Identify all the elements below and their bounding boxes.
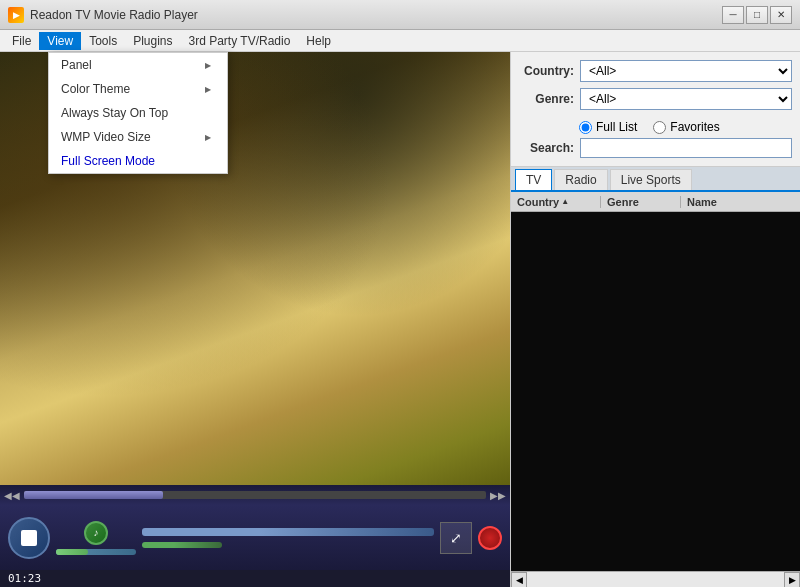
progress-track[interactable]: [142, 528, 434, 536]
record-button[interactable]: [478, 526, 502, 550]
channel-content: [511, 212, 800, 571]
menu-file[interactable]: File: [4, 32, 39, 50]
genre-select[interactable]: <All>: [580, 88, 792, 110]
menu-item-full-screen[interactable]: Full Screen Mode: [49, 149, 227, 173]
title-bar: ▶ Readon TV Movie Radio Player ─ □ ✕: [0, 0, 800, 30]
tabs-bar: TV Radio Live Sports: [511, 167, 800, 192]
tab-live-sports[interactable]: Live Sports: [610, 169, 692, 190]
column-header-country[interactable]: Country ▲: [511, 196, 601, 208]
volume-slider[interactable]: [56, 549, 136, 555]
fullscreen-button[interactable]: ⤢: [440, 522, 472, 554]
channel-list-header: Country ▲ Genre Name: [511, 192, 800, 212]
right-panel: Country: <All> Genre: <All> Full List F: [510, 52, 800, 587]
app-icon: ▶: [8, 7, 24, 23]
column-header-genre[interactable]: Genre: [601, 196, 681, 208]
column-header-name[interactable]: Name: [681, 196, 800, 208]
full-list-option[interactable]: Full List: [579, 120, 637, 134]
window-title: Readon TV Movie Radio Player: [30, 8, 716, 22]
arrow-icon: ▶: [205, 133, 211, 142]
full-list-radio[interactable]: [579, 121, 592, 134]
scroll-track[interactable]: [527, 572, 784, 587]
tab-radio[interactable]: Radio: [554, 169, 607, 190]
window-controls: ─ □ ✕: [722, 6, 792, 24]
menu-tools[interactable]: Tools: [81, 32, 125, 50]
fullscreen-icon: ⤢: [450, 530, 462, 546]
menu-view[interactable]: View: [39, 32, 81, 50]
search-label: Search:: [519, 141, 574, 155]
view-dropdown-menu: Panel ▶ Color Theme ▶ Always Stay On Top…: [48, 52, 228, 174]
maximize-button[interactable]: □: [746, 6, 768, 24]
seekbar-fill: [24, 491, 163, 499]
channel-list: Country ▲ Genre Name ◀ ▶: [511, 192, 800, 587]
scroll-left-arrow[interactable]: ◀: [511, 572, 527, 588]
minimize-button[interactable]: ─: [722, 6, 744, 24]
menu-item-panel[interactable]: Panel ▶: [49, 53, 227, 77]
filter-section: Country: <All> Genre: <All> Full List F: [511, 52, 800, 167]
volume-section: ♪: [56, 521, 136, 555]
progress-area: [142, 528, 434, 548]
genre-label: Genre:: [519, 92, 574, 106]
genre-row: Genre: <All>: [519, 88, 792, 110]
arrow-icon: ▶: [205, 85, 211, 94]
search-input[interactable]: [580, 138, 792, 158]
seekbar-track[interactable]: [24, 491, 486, 499]
country-select[interactable]: <All>: [580, 60, 792, 82]
menu-bar: File View Tools Plugins 3rd Party TV/Rad…: [0, 30, 800, 52]
horizontal-scrollbar[interactable]: ◀ ▶: [511, 571, 800, 587]
seekbar-left-icon: ◀◀: [4, 490, 20, 501]
menu-item-color-theme[interactable]: Color Theme ▶: [49, 77, 227, 101]
favorites-radio[interactable]: [653, 121, 666, 134]
menu-plugins[interactable]: Plugins: [125, 32, 180, 50]
scroll-right-arrow[interactable]: ▶: [784, 572, 800, 588]
speaker-icon: ♪: [94, 527, 99, 538]
sort-icon: ▲: [561, 197, 569, 206]
close-button[interactable]: ✕: [770, 6, 792, 24]
country-label: Country:: [519, 64, 574, 78]
stop-icon: [21, 530, 37, 546]
menu-3rdparty[interactable]: 3rd Party TV/Radio: [181, 32, 299, 50]
menu-item-always-on-top[interactable]: Always Stay On Top: [49, 101, 227, 125]
timestamp: 01:23: [0, 570, 510, 587]
volume-track-horizontal[interactable]: [142, 542, 222, 548]
controls-bar: ♪ ⤢: [0, 505, 510, 570]
seekbar-right-icon: ▶▶: [490, 490, 506, 501]
stop-button[interactable]: [8, 517, 50, 559]
favorites-option[interactable]: Favorites: [653, 120, 719, 134]
tab-tv[interactable]: TV: [515, 169, 552, 190]
seekbar-container: ◀◀ ▶▶: [0, 485, 510, 505]
search-row: Search:: [519, 138, 792, 158]
view-mode-row: Full List Favorites: [579, 116, 792, 138]
arrow-icon: ▶: [205, 61, 211, 70]
mute-button[interactable]: ♪: [84, 521, 108, 545]
menu-item-wmp-video-size[interactable]: WMP Video Size ▶: [49, 125, 227, 149]
menu-help[interactable]: Help: [298, 32, 339, 50]
country-row: Country: <All>: [519, 60, 792, 82]
